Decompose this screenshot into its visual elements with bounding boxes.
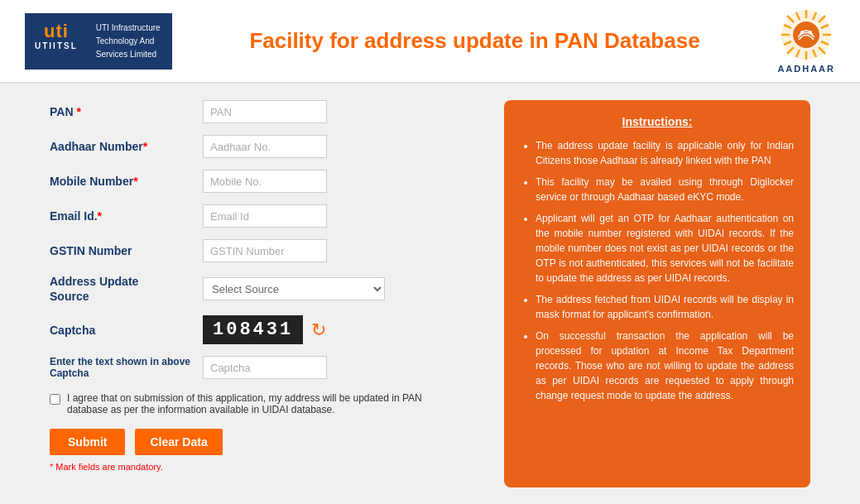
captcha-section: 108431 ↻ (203, 315, 326, 344)
instruction-item-2: This facility may be availed using throu… (536, 175, 794, 204)
address-source-label: Address Update Source (50, 274, 203, 304)
button-section: Submit Clear Data (50, 429, 479, 455)
captcha-label: Captcha (50, 324, 203, 337)
gstin-label: GSTIN Number (50, 244, 203, 257)
gstin-input[interactable] (203, 239, 327, 262)
address-source-row: Address Update Source Select Source Aadh… (50, 274, 479, 304)
uti-logo: uti UTIITSL (26, 15, 86, 68)
gstin-row: GSTIN Number (50, 239, 479, 262)
pan-row: PAN * (50, 100, 479, 123)
aadhaar-label: Aadhaar Number* (50, 140, 203, 153)
logo-section: uti UTIITSL UTI Infrastructure Technolog… (25, 13, 172, 70)
agree-text: I agree that on submission of this appli… (67, 392, 447, 415)
utiitsl-text: UTIITSL (35, 41, 78, 50)
aadhaar-row: Aadhaar Number* (50, 135, 479, 158)
mobile-row: Mobile Number* (50, 170, 479, 193)
mobile-label: Mobile Number* (50, 175, 203, 188)
page-wrapper: uti UTIITSL UTI Infrastructure Technolog… (0, 0, 860, 504)
captcha-instruction-label: Enter the text shown in above Captcha (50, 356, 203, 379)
instructions-panel: Instructions: The address update facilit… (504, 100, 810, 487)
aadhaar-text: AADHAAR (777, 64, 835, 74)
main-content: PAN * Aadhaar Number* Mobile Number* (0, 84, 860, 504)
aadhaar-icon (780, 8, 834, 62)
captcha-image: 108431 (203, 315, 303, 344)
submit-button[interactable]: Submit (50, 429, 125, 455)
clear-button[interactable]: Clear Data (135, 429, 222, 455)
instruction-item-3: Applicant will get an OTP for Aadhaar au… (536, 211, 794, 286)
instruction-item-1: The address update facility is applicabl… (536, 138, 794, 168)
email-row: Email Id.* (50, 204, 479, 228)
mobile-input[interactable] (203, 170, 327, 193)
email-label: Email Id.* (50, 209, 203, 223)
svg-point-19 (809, 31, 812, 34)
instructions-title: Instructions: (521, 115, 794, 128)
pan-input[interactable] (203, 100, 327, 123)
aadhaar-logo: AADHAAR (777, 8, 835, 74)
agree-section: I agree that on submission of this appli… (50, 392, 447, 415)
email-input[interactable] (203, 204, 327, 228)
aadhaar-input[interactable] (203, 135, 327, 158)
captcha-input-row: Enter the text shown in above Captcha (50, 356, 479, 379)
uti-text: uti (44, 22, 69, 41)
instruction-item-4: The address fetched from UIDAI records w… (536, 292, 794, 322)
header: uti UTIITSL UTI Infrastructure Technolog… (0, 0, 860, 84)
captcha-display-row: Captcha 108431 ↻ (50, 315, 479, 344)
instructions-list: The address update facility is applicabl… (521, 138, 794, 403)
captcha-input[interactable] (203, 356, 327, 379)
refresh-icon[interactable]: ↻ (311, 319, 326, 341)
svg-point-18 (800, 31, 804, 34)
agree-checkbox[interactable] (50, 394, 60, 405)
mandatory-note: * Mark fields are mandatory. (50, 462, 479, 472)
uti-tagline: UTI Infrastructure Technology And Servic… (86, 15, 171, 68)
pan-label: PAN * (50, 105, 203, 118)
logo-box: uti UTIITSL UTI Infrastructure Technolog… (25, 13, 172, 70)
page-title: Facility for address update in PAN Datab… (172, 28, 778, 54)
instruction-item-5: On successful transaction the applicatio… (536, 329, 794, 403)
address-source-select[interactable]: Select Source Aadhaar based eKYC Digiloc… (203, 277, 385, 300)
form-section: PAN * Aadhaar Number* Mobile Number* (50, 100, 479, 487)
